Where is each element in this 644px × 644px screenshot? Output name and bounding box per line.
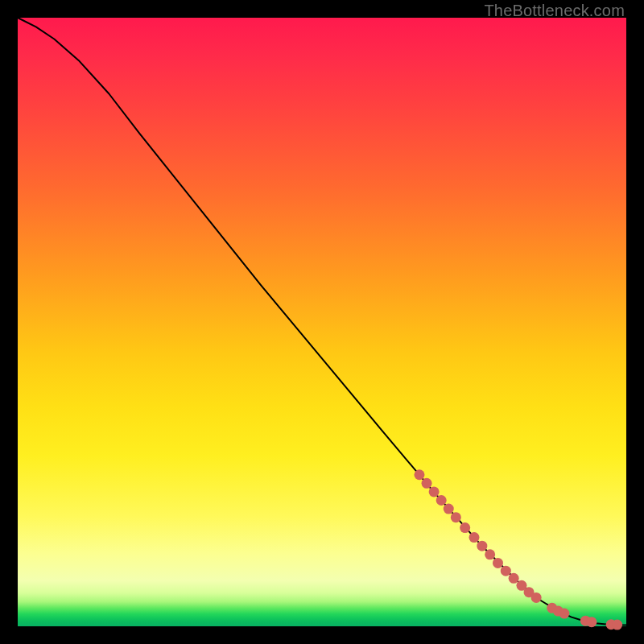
- data-point: [469, 532, 480, 543]
- data-point: [436, 495, 447, 506]
- data-point: [559, 609, 569, 619]
- chart-stage: TheBottleneck.com: [0, 0, 644, 644]
- data-point: [429, 486, 440, 497]
- data-point: [509, 573, 519, 584]
- data-point: [586, 617, 597, 627]
- plot-area: [18, 18, 626, 626]
- chart-svg: [18, 18, 626, 626]
- bottleneck-curve: [18, 18, 626, 625]
- data-point: [493, 558, 503, 568]
- data-point: [460, 522, 470, 533]
- data-point: [422, 478, 432, 489]
- data-point: [531, 592, 542, 603]
- data-point: [485, 549, 495, 559]
- data-point: [501, 566, 511, 576]
- data-point: [414, 469, 424, 480]
- data-point: [612, 620, 622, 630]
- data-point: [444, 504, 454, 514]
- data-point: [477, 541, 487, 551]
- highlighted-points: [414, 469, 622, 630]
- data-point: [451, 512, 461, 522]
